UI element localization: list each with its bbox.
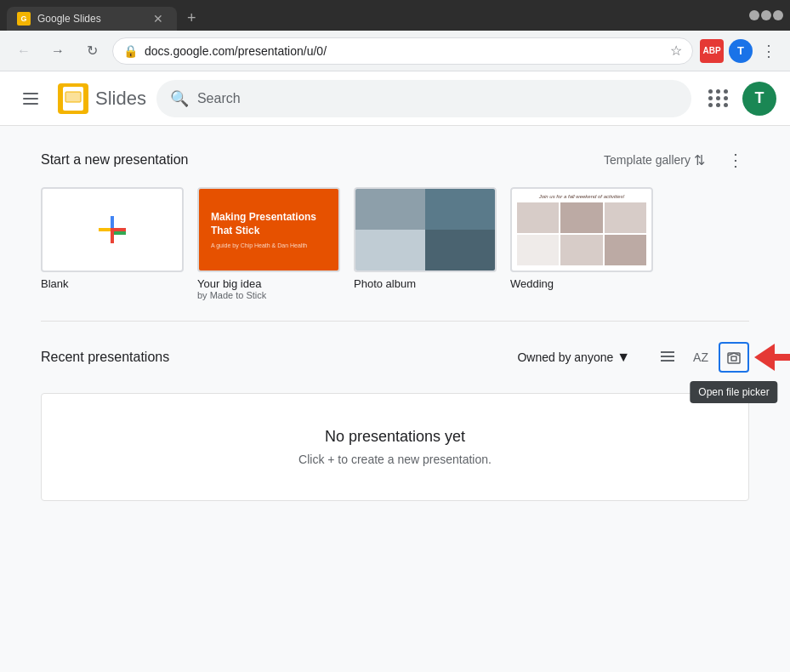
svg-rect-9 <box>661 351 674 353</box>
view-options: AZ Open file picker <box>652 342 749 373</box>
owned-by-filter-button[interactable]: Owned by anyone ▼ <box>509 345 639 370</box>
templates-section-title: Start a new presentation <box>41 152 188 168</box>
orange-template-subtitle: A guide by Chip Heath & Dan Health <box>211 242 307 248</box>
browser-menu-button[interactable]: ⋮ <box>758 38 780 64</box>
svg-rect-13 <box>731 356 736 361</box>
browser-tab[interactable]: G Google Slides ✕ <box>7 7 177 31</box>
svg-rect-10 <box>661 356 674 357</box>
app-name: Slides <box>95 88 146 110</box>
empty-state: No presentations yet Click + to create a… <box>41 393 749 501</box>
empty-state-subtitle: Click + to create a new presentation. <box>298 453 492 466</box>
template-label-photo-album: Photo album <box>354 277 497 290</box>
template-gallery-button[interactable]: Template gallery ⇅ <box>597 147 712 174</box>
template-card-photo-album[interactable]: Photo album <box>354 187 497 300</box>
tab-close-button[interactable]: ✕ <box>150 10 167 27</box>
file-picker-tooltip: Open file picker <box>690 381 777 403</box>
lock-icon: 🔒 <box>123 44 138 58</box>
template-thumb-wedding: Join us for a fall weekend of activities… <box>510 187 653 272</box>
hamburger-line <box>23 93 38 94</box>
template-label-big-idea: Your big idea <box>197 277 340 290</box>
profile-button-small[interactable]: T <box>729 39 753 63</box>
template-sublabel-big-idea: by Made to Stick <box>197 290 340 300</box>
owned-by-label: Owned by anyone <box>517 350 613 364</box>
hamburger-line <box>23 98 38 100</box>
tab-favicon: G <box>17 12 31 26</box>
profile-avatar[interactable]: T <box>742 82 776 116</box>
svg-rect-5 <box>111 216 114 228</box>
template-label-blank: Blank <box>41 277 184 290</box>
open-file-picker-button[interactable] <box>719 342 749 373</box>
search-icon: 🔍 <box>170 89 189 108</box>
forward-button[interactable]: → <box>44 37 71 65</box>
template-thumb-big-idea: Making Presentations That Stick A guide … <box>197 187 340 272</box>
svg-rect-8 <box>111 231 114 243</box>
section-divider <box>41 321 749 322</box>
svg-rect-11 <box>661 360 674 362</box>
orange-template-title: Making Presentations That Stick <box>211 211 327 237</box>
chevron-down-icon: ▼ <box>617 350 630 365</box>
search-bar[interactable]: 🔍 Search <box>156 80 691 117</box>
template-card-wedding[interactable]: Join us for a fall weekend of activities… <box>510 187 653 300</box>
bookmark-icon: ☆ <box>670 43 682 59</box>
sort-button[interactable]: AZ <box>686 345 715 369</box>
svg-rect-1 <box>65 92 81 102</box>
tab-title: Google Slides <box>37 13 143 25</box>
hamburger-menu-button[interactable] <box>14 82 48 116</box>
google-apps-button[interactable] <box>702 82 736 116</box>
template-card-blank[interactable]: Blank <box>41 187 184 300</box>
maximize-button[interactable]: ☐ <box>761 10 771 20</box>
template-label-wedding: Wedding <box>510 277 653 290</box>
url-text: docs.google.com/presentation/u/0/ <box>145 44 663 58</box>
templates-grid: Blank Making Presentations That Stick A … <box>41 187 749 300</box>
apps-grid-icon <box>708 89 729 107</box>
back-button[interactable]: ← <box>10 37 37 65</box>
empty-state-title: No presentations yet <box>325 428 465 446</box>
close-button[interactable]: ✕ <box>773 10 783 20</box>
template-thumb-blank <box>41 187 184 272</box>
template-thumb-photo-album <box>354 187 497 272</box>
red-arrow-indicator <box>754 344 790 371</box>
search-input[interactable]: Search <box>197 91 241 106</box>
hamburger-line <box>23 103 38 105</box>
svg-rect-6 <box>99 228 111 231</box>
new-tab-button[interactable]: + <box>184 6 200 31</box>
wedding-header-text: Join us for a fall weekend of activities… <box>517 194 646 199</box>
file-picker-container: Open file picker <box>719 342 749 373</box>
address-bar[interactable]: 🔒 docs.google.com/presentation/u/0/ ☆ <box>112 37 693 65</box>
template-card-big-idea[interactable]: Making Presentations That Stick A guide … <box>197 187 340 300</box>
minimize-button[interactable]: — <box>749 10 759 20</box>
reload-button[interactable]: ↻ <box>78 37 105 65</box>
template-gallery-label: Template gallery <box>604 153 691 167</box>
list-view-button[interactable] <box>652 342 683 373</box>
slides-app-icon <box>58 83 88 114</box>
templates-more-button[interactable]: ⋮ <box>722 146 749 174</box>
chevron-updown-icon: ⇅ <box>694 152 705 168</box>
app-logo: Slides <box>58 83 146 114</box>
extension-abp-button[interactable]: ABP <box>700 39 724 63</box>
recent-section-title: Recent presentations <box>41 350 169 365</box>
svg-rect-7 <box>114 231 126 235</box>
